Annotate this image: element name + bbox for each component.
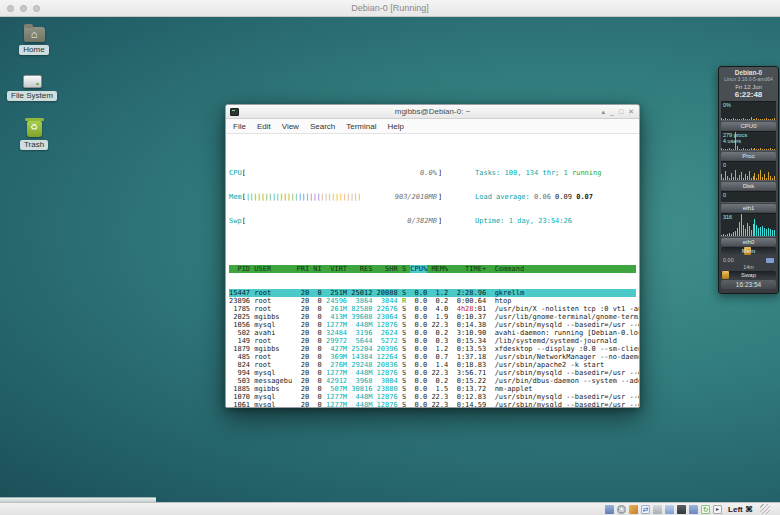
network-adapters-icon[interactable]: ⇄: [641, 505, 650, 514]
process-table: 15447 root 20 0 251M 25012 20088 S 0.0 1…: [229, 289, 636, 407]
vm-features-icon[interactable]: ↻: [701, 505, 710, 514]
menu-view[interactable]: View: [282, 122, 299, 131]
gkrellm-section-label-eth0[interactable]: eth0: [721, 238, 776, 246]
resize-grip[interactable]: [760, 504, 770, 514]
close-button[interactable]: ✕: [628, 108, 634, 116]
gkrellm-swap-meter: Swap: [721, 271, 776, 279]
column-header-pid[interactable]: PID: [229, 265, 250, 273]
gkrellm-hostname: Debian-0: [721, 69, 776, 76]
process-row[interactable]: 1885 mgibbs 20 0 507M 30816 23880 S 0.0 …: [229, 385, 636, 393]
gkrellm-mem-info: 0.00: [721, 256, 776, 264]
process-row[interactable]: 502 avahi 20 0 32484 3196 2624 S 0.0 0.2…: [229, 329, 636, 337]
cpu-meter: CPU[0.0%]: [229, 169, 465, 177]
swap-meter: Swp[0/382MB]: [229, 217, 465, 225]
gkrellm-chart-value: 316: [723, 214, 732, 220]
shade-button[interactable]: ▴: [601, 108, 605, 116]
process-row[interactable]: 15447 root 20 0 251M 25012 20088 S 0.0 1…: [229, 289, 636, 297]
recording-icon[interactable]: [689, 505, 698, 514]
filesystem-drive-icon: [23, 75, 42, 88]
home-folder-icon: [24, 27, 45, 42]
process-table-header[interactable]: PID USER PRI NI VIRT RES SHR S CPU% MEM%…: [229, 265, 636, 273]
process-row[interactable]: 1056 mysql 20 0 1277M 448M 12876 S 0.0 2…: [229, 321, 636, 329]
load-line: Load average: 0.06 0.09 0.07: [475, 193, 601, 201]
gkrellm-section-label-proc[interactable]: Proc: [721, 152, 776, 160]
gkrellm-monitor-panel[interactable]: Debian-0 Linux 3.16.0-5-amd64 Fri 12 Jun…: [718, 66, 779, 294]
host-window-title: Debian-0 [Running]: [0, 3, 780, 13]
column-header-res[interactable]: RES: [351, 265, 372, 273]
terminal-menubar: File Edit View Search Terminal Help: [226, 119, 639, 134]
column-header-s[interactable]: S: [402, 265, 406, 273]
process-row[interactable]: 1879 mgibbs 20 0 427M 25204 20396 S 0.0 …: [229, 345, 636, 353]
terminal-window[interactable]: mgibbs@Debian-0: ~ ▴ _ □ ✕ File Edit Vie…: [225, 104, 640, 408]
gkrellm-section-label-disk[interactable]: Disk: [721, 182, 776, 190]
minimize-button[interactable]: _: [610, 108, 614, 115]
virtualbox-vm-window: Debian-0 [Running] Home File System Tras…: [0, 0, 780, 515]
process-row[interactable]: 485 root 20 0 369M 14384 12264 S 0.0 0.7…: [229, 353, 636, 361]
column-header-mem[interactable]: MEM%: [431, 265, 448, 273]
htop-output[interactable]: CPU[0.0%] Mem[||||||||||||||||||||||||||…: [226, 134, 639, 407]
guest-desktop[interactable]: Home File System Trash Debian-0 Linux 3.…: [0, 17, 780, 502]
column-header-time[interactable]: TIME+: [452, 265, 486, 273]
column-header-command[interactable]: Command: [495, 265, 525, 273]
process-row[interactable]: 503 messagebu 20 0 42912 3968 3004 S 0.0…: [229, 377, 636, 385]
gkrellm-chart-value: 0%: [723, 102, 731, 108]
gkrellm-chart-eth0: 316: [721, 213, 776, 237]
gkrellm-swap-used: 14m: [721, 264, 776, 270]
column-header-ni[interactable]: NI: [313, 265, 321, 273]
process-row[interactable]: 2025 mgibbs 20 0 413M 39608 23064 S 0.0 …: [229, 313, 636, 321]
gkrellm-section-label-eth1[interactable]: eth1: [721, 204, 776, 212]
column-header-user[interactable]: USER: [254, 265, 292, 273]
audio-icon[interactable]: [629, 505, 638, 514]
gkrellm-section-label-cpu0[interactable]: CPU0: [721, 122, 776, 130]
gkrellm-chart-value: 0: [723, 162, 726, 168]
gkrellm-chart-disk: 0: [721, 161, 776, 181]
display-icon[interactable]: [677, 505, 686, 514]
tasks-line: Tasks: 100, 134 thr; 1 running: [475, 169, 601, 177]
desktop-icon-label: Home: [19, 45, 48, 55]
process-row[interactable]: 824 root 20 0 276M 29248 20836 S 0.0 1.4…: [229, 361, 636, 369]
menu-file[interactable]: File: [233, 122, 246, 131]
desktop-icon-label: Trash: [20, 140, 48, 150]
process-row[interactable]: 1070 mysql 20 0 1277M 448M 12876 S 0.0 2…: [229, 393, 636, 401]
desktop-icon-label: File System: [7, 91, 57, 101]
process-row[interactable]: 149 root 20 0 29972 5644 5272 S 0.0 0.3 …: [229, 337, 636, 345]
trash-icon: [27, 121, 42, 137]
gkrellm-chart-cpu0: 0%: [721, 101, 776, 121]
uptime-line: Uptime: 1 day, 23:54:26: [475, 217, 601, 225]
terminal-window-buttons: ▴ _ □ ✕: [601, 105, 634, 118]
process-row[interactable]: 1061 mysql 20 0 1277M 448M 12876 S 0.0 2…: [229, 401, 636, 407]
column-header-cpu[interactable]: CPU%: [410, 265, 427, 273]
htop-summary: Tasks: 100, 134 thr; 1 running Load aver…: [465, 153, 601, 241]
gkrellm-uptime: 16:23:54: [721, 280, 776, 289]
usb-devices-icon[interactable]: [653, 505, 662, 514]
process-row[interactable]: 1785 root 20 0 261M 82580 22676 S 0.0 4.…: [229, 305, 636, 313]
menu-terminal[interactable]: Terminal: [346, 122, 376, 131]
desktop-icon-trash[interactable]: Trash: [2, 121, 66, 150]
menu-search[interactable]: Search: [310, 122, 335, 131]
maximize-button[interactable]: □: [619, 108, 623, 115]
process-row[interactable]: 994 mysql 20 0 1277M 448M 12876 S 0.0 22…: [229, 369, 636, 377]
process-row[interactable]: 23896 root 20 0 24596 3864 3044 R 0.0 0.…: [229, 297, 636, 305]
mouse-integration-icon[interactable]: ▸: [713, 505, 722, 514]
terminal-titlebar[interactable]: mgibbs@Debian-0: ~ ▴ _ □ ✕: [226, 105, 639, 119]
gkrellm-chart-value2: 4 users: [723, 138, 741, 144]
htop-meters: CPU[0.0%] Mem[||||||||||||||||||||||||||…: [229, 153, 465, 241]
column-header-pri[interactable]: PRI: [296, 265, 309, 273]
desktop-icon-filesystem[interactable]: File System: [0, 75, 64, 101]
host-key-indicator: Left ⌘: [728, 505, 753, 514]
column-header-virt[interactable]: VIRT: [326, 265, 347, 273]
menu-edit[interactable]: Edit: [257, 122, 271, 131]
gkrellm-chart-eth1: 0: [721, 191, 776, 203]
terminal-title: mgibbs@Debian-0: ~: [226, 107, 639, 116]
gkrellm-kernel-version: Linux 3.16.0-5-amd64: [721, 76, 776, 82]
mem-meter: Mem[|||||||||||||||||||||||||||||||903/2…: [229, 193, 465, 201]
column-header-shr[interactable]: SHR: [377, 265, 398, 273]
htop-header-area: CPU[0.0%] Mem[||||||||||||||||||||||||||…: [229, 153, 636, 241]
desktop-icon-home[interactable]: Home: [2, 27, 66, 55]
hdd-activity-icon[interactable]: [605, 505, 614, 514]
shared-folders-icon[interactable]: [665, 505, 674, 514]
optical-drive-icon[interactable]: [617, 505, 626, 514]
gkrellm-mail-icon: [766, 258, 774, 263]
menu-help[interactable]: Help: [387, 122, 403, 131]
gkrellm-clock: 6:22:48: [721, 90, 776, 99]
